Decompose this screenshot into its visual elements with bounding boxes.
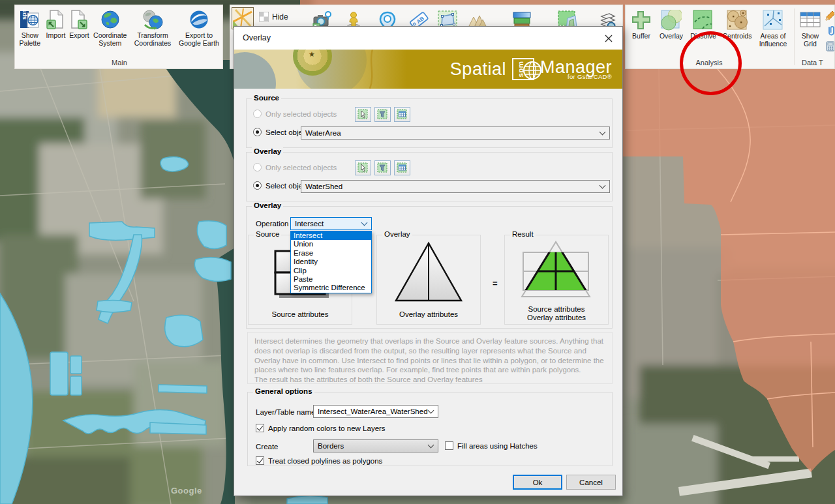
source-group-label: Source (252, 94, 281, 102)
ok-button[interactable]: Ok (513, 475, 562, 490)
hide-button[interactable]: Hide (259, 12, 288, 22)
close-button[interactable] (595, 27, 622, 50)
overlay-icon (661, 10, 682, 31)
coordinate-system-button[interactable]: Coordinate System (91, 7, 129, 47)
dropdown-option[interactable]: Symmetric Difference (291, 284, 371, 292)
panel-caption-line1: Source attributes (505, 305, 608, 314)
operation-group-label: Overlay (252, 201, 283, 209)
dropdown-option[interactable]: Paste (291, 275, 371, 284)
data-table-button[interactable] (394, 160, 410, 175)
radio-label: Only selected objects (266, 110, 337, 118)
filter-icon (377, 162, 388, 173)
cancel-button[interactable]: Cancel (566, 475, 616, 490)
overlay-layer-group: Overlay Only selected objects (246, 152, 613, 201)
fill-hatches-checkbox[interactable]: Fill areas using Hatches (445, 441, 538, 450)
table-icon (397, 162, 408, 173)
import-icon (45, 9, 66, 30)
coordinate-system-icon (100, 9, 121, 30)
show-palette-button[interactable]: spm Show Palette (16, 7, 44, 47)
checkbox-icon (256, 424, 264, 432)
paperclip-icon (826, 25, 835, 36)
radio-label: Only selected objects (266, 164, 337, 171)
show-grid-icon (800, 10, 821, 31)
chevron-down-icon (428, 408, 434, 414)
operation-group: Overlay Operation Intersect Intersect Un… (246, 206, 613, 329)
button-label: Areas of Influence (755, 32, 791, 48)
general-options-label: General options (253, 387, 314, 395)
operation-combo[interactable]: Intersect (290, 217, 372, 230)
overlay-dialog: Overlay ★ Spatial spm Mana (234, 26, 623, 496)
export-google-earth-button[interactable]: Export to Google Earth (176, 7, 222, 47)
dropdown-option[interactable]: Erase (291, 249, 371, 258)
pencil-icon (825, 10, 835, 21)
combo-value: WaterArea (305, 129, 341, 137)
general-options-group: General options Layer/Table name Interse… (247, 392, 613, 466)
select-objects-icon (357, 109, 369, 120)
button-label: Overlay (660, 32, 683, 40)
apply-random-colors-checkbox[interactable]: Apply random colors to new Layers (256, 424, 386, 432)
import-button[interactable]: Import (44, 7, 68, 47)
treat-polylines-checkbox[interactable]: Treat closed polylines as polygons (256, 456, 382, 465)
filter-objects-button[interactable] (374, 160, 391, 175)
ok-label: Ok (533, 479, 543, 486)
overlay-layer-combo[interactable]: WaterShed (301, 180, 610, 193)
globe-icon (523, 60, 542, 81)
filter-icon (377, 109, 388, 120)
areas-of-influence-button[interactable]: Areas of Influence (755, 7, 791, 48)
dialog-titlebar[interactable]: Overlay (234, 27, 622, 50)
centroids-icon (727, 10, 748, 31)
dissolve-icon (693, 10, 714, 31)
dropdown-option[interactable]: Clip (291, 267, 371, 275)
data-table-button[interactable] (394, 107, 410, 122)
description-paragraph: The result has the attributes of both th… (254, 375, 605, 385)
source-selection-tools (355, 107, 414, 122)
create-combo[interactable]: Borders (313, 439, 438, 452)
export-button[interactable]: Export (67, 7, 91, 47)
show-grid-button[interactable]: Show Grid (797, 7, 824, 48)
select-objects-button[interactable] (355, 160, 371, 175)
buffer-button[interactable]: Buffer (627, 7, 656, 48)
brand-prefix: Spatial (450, 59, 506, 80)
radio-icon (253, 163, 262, 171)
calculator-icon (825, 41, 835, 52)
dropdown-option[interactable]: Intersect (291, 231, 371, 240)
button-label: Transform Coordinates (129, 31, 176, 47)
overlay-attributes-panel: Overlay Overlay attributes (376, 235, 481, 325)
hide-icon (259, 12, 269, 22)
button-label: Show Palette (16, 31, 44, 47)
checkbox-label: Treat closed polylines as polygons (268, 457, 382, 465)
button-label: Import (46, 31, 66, 39)
button-label: Export to Google Earth (176, 31, 222, 47)
overlay-diagram (388, 241, 469, 306)
dropdown-option[interactable]: Identity (291, 258, 371, 266)
equals-sign: = (493, 278, 498, 288)
transform-coordinates-button[interactable]: Transform Coordinates (129, 7, 176, 47)
ribbon-separator (794, 8, 795, 65)
attachments-button[interactable] (826, 25, 835, 38)
buffer-icon (631, 10, 652, 31)
layer-table-name-label: Layer/Table name (256, 408, 315, 416)
panel-label: Result (510, 230, 536, 238)
source-layer-combo[interactable]: WaterArea (301, 126, 610, 140)
chevron-down-icon (428, 442, 434, 449)
select-objects-button[interactable] (355, 107, 371, 122)
spm-logo-box: spm (512, 58, 534, 80)
ribbon-panel-main: spm Show Palette Import (14, 5, 223, 69)
calculator-button[interactable] (825, 41, 835, 54)
button-label: Buffer (632, 32, 650, 40)
panel-label: Overlay (382, 230, 412, 238)
dropdown-option[interactable]: Union (291, 240, 371, 248)
button-label: Show Grid (797, 32, 824, 48)
operation-description: Intersect determines the geometry that o… (247, 332, 613, 384)
checkbox-icon (445, 441, 453, 450)
map-watermark: Google (171, 486, 202, 496)
filter-objects-button[interactable] (374, 107, 391, 122)
source-only-selected-radio[interactable]: Only selected objects (253, 110, 337, 118)
edit-data-button[interactable] (825, 10, 835, 23)
overlay-ribbon-button[interactable]: Overlay (656, 7, 687, 48)
chevron-down-icon (600, 129, 606, 136)
layer-table-name-combo[interactable]: Intersect_WaterArea_WaterShed (313, 405, 438, 418)
select-objects-icon (357, 162, 369, 173)
overlay-only-selected-radio[interactable]: Only selected objects (253, 163, 337, 171)
brand-sub: for GstarCAD® (568, 74, 612, 80)
